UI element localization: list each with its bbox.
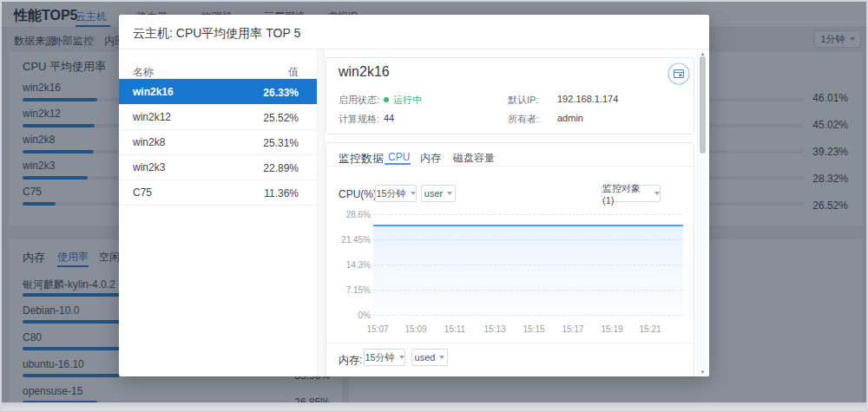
state-value: 运行中 [384,94,422,107]
list-item-name: win2k12 [133,111,171,123]
spec-label: 计算规格: [339,113,379,126]
list-item-value: 25.31% [220,137,299,149]
owner-label: 所有者: [508,113,539,126]
cpu-metric-value: user [424,188,443,199]
x-tick: 15:19 [595,324,629,334]
memory-interval-value: 15分钟 [365,351,394,364]
status-dot-icon [384,97,389,102]
cpu-chart-line [373,225,683,226]
cpu-chart-area [373,226,683,315]
ip-label: 默认IP: [508,94,538,107]
list-item-name: C75 [133,186,152,199]
app-background: 性能TOP5 云主机 路由器 物理机 三层网络 虚拟IP 数据来源: 外部监控 … [2,2,866,402]
list-item-c75[interactable]: C75 11.36% [119,180,317,205]
list-item-value: 11.36% [220,187,299,199]
monitor-section-label: 监控数据 [339,151,384,167]
gridline [373,214,683,215]
list-item-value: 26.33% [220,87,299,99]
x-tick: 15:21 [633,324,667,334]
list-item-win2k8[interactable]: win2k8 25.31% [119,129,317,154]
monitor-tab-disk[interactable]: 磁盘容量 [453,151,495,166]
cpu-metric-label: CPU(%): [339,188,379,200]
x-tick: 15:11 [437,324,472,334]
x-tick: 15:09 [398,324,433,334]
memory-interval-dropdown[interactable]: 15分钟 [364,349,405,366]
memory-metric-value: used [415,352,436,363]
chevron-down-icon [399,356,404,359]
cpu-interval-value: 15分钟 [376,187,405,200]
gridline [373,315,683,316]
chevron-down-icon [654,192,660,195]
x-tick: 15:17 [556,324,590,334]
list-item-name: win2k8 [133,136,165,148]
chevron-down-icon [447,192,452,195]
monitor-target-value: 监控对象 (1) [602,182,650,206]
list-item-name: win2k3 [133,161,165,173]
chevron-down-icon [411,192,416,195]
y-tick: 28.6% [326,210,371,219]
ip-value: 192.168.1.174 [557,94,618,104]
host-list: 名称 值 win2k16 26.33% win2k12 25.52% win2k… [119,49,317,376]
y-tick: 0% [326,311,371,320]
section-separator [326,343,694,343]
monitor-tab-memory[interactable]: 内存 [420,151,441,166]
console-icon[interactable] [667,62,690,85]
list-item-name: win2k16 [133,86,174,98]
monitor-target-dropdown[interactable]: 监控对象 (1) [602,185,661,202]
list-item-win2k12[interactable]: win2k12 25.52% [119,104,317,129]
memory-metric-dropdown[interactable]: used [411,349,448,366]
list-item-value: 25.52% [220,112,299,124]
memory-metric-label: 内存: [339,353,362,368]
list-separator [119,205,317,206]
host-name-title: win2k16 [339,64,390,80]
list-item-win2k3[interactable]: win2k3 22.89% [119,154,317,180]
owner-value: admin [557,113,583,123]
modal-scrollbar[interactable]: ▲ ▼ [697,49,707,376]
chevron-down-icon [439,356,444,359]
cpu-metric-dropdown[interactable]: user [421,185,456,202]
window-bottom-edge [2,402,866,410]
modal-title: 云主机: CPU平均使用率 TOP 5 [133,26,300,42]
cpu-interval-dropdown[interactable]: 15分钟 [375,185,417,202]
screen-frame: 性能TOP5 云主机 路由器 物理机 三层网络 虚拟IP 数据来源: 外部监控 … [0,0,868,412]
y-tick: 7.15% [326,285,371,295]
state-label: 启用状态: [339,94,379,107]
x-tick: 15:13 [477,324,512,334]
modal-header: 云主机: CPU平均使用率 TOP 5 × [119,15,709,49]
list-item-value: 22.89% [220,162,299,174]
tabs-border [326,166,694,167]
cpu-top5-modal: 云主机: CPU平均使用率 TOP 5 × 名称 值 win2k16 26.33… [119,15,709,376]
x-tick: 15:07 [360,324,395,334]
x-tick: 15:15 [516,324,551,334]
scroll-down-icon[interactable]: ▼ [698,369,707,375]
list-item-win2k16[interactable]: win2k16 26.33% [119,79,317,104]
list-divider [317,49,325,376]
y-tick: 14.3% [326,260,371,270]
monitor-tab-cpu[interactable]: CPU [388,151,410,163]
y-tick: 21.45% [326,235,371,245]
spec-value: 44 [384,113,394,123]
active-tab-underline [385,163,411,165]
scrollbar-thumb[interactable] [700,56,706,154]
